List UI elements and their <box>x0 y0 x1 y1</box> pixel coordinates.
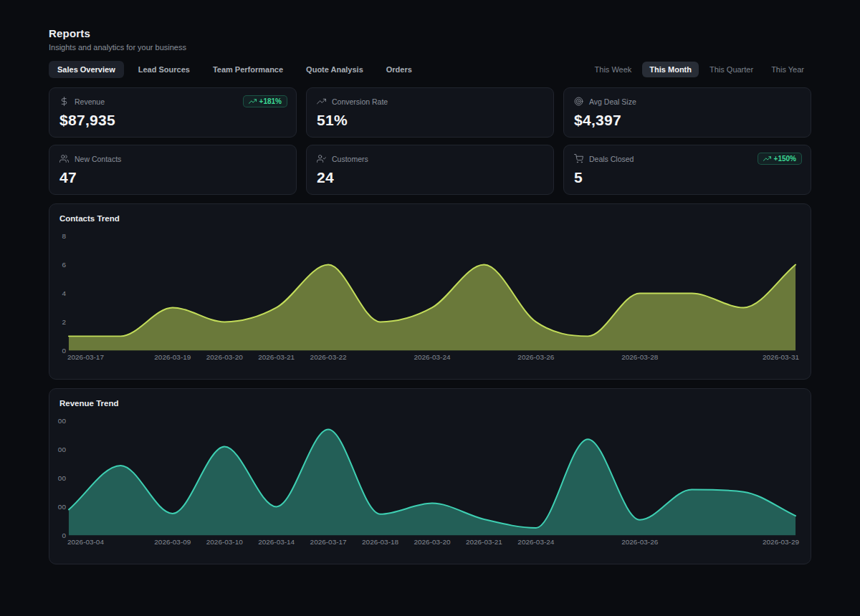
svg-text:8: 8 <box>62 232 66 240</box>
svg-text:6: 6 <box>62 261 66 269</box>
kpi-value: 5 <box>574 169 801 186</box>
svg-text:00: 00 <box>58 503 67 511</box>
svg-text:2026-03-04: 2026-03-04 <box>67 538 104 546</box>
page-subtitle: Insights and analytics for your business <box>49 43 811 52</box>
kpi-value: 51% <box>317 112 543 129</box>
kpi-label: Avg Deal Size <box>589 97 636 106</box>
trend-badge-value: +181% <box>259 97 282 105</box>
svg-text:2: 2 <box>62 318 66 326</box>
svg-text:2026-03-19: 2026-03-19 <box>154 353 191 361</box>
kpi-card-conversion-rate: Conversion Rate 51% <box>306 87 554 138</box>
filter-this-week[interactable]: This Week <box>588 62 639 77</box>
kpi-value: $87,935 <box>59 112 286 129</box>
filter-this-year[interactable]: This Year <box>764 62 811 77</box>
shopping-cart-icon <box>574 154 583 163</box>
svg-text:2026-03-24: 2026-03-24 <box>414 353 450 361</box>
svg-text:2026-03-20: 2026-03-20 <box>414 538 450 546</box>
svg-text:2026-03-29: 2026-03-29 <box>763 538 799 546</box>
tab-quote-analysis[interactable]: Quote Analysis <box>297 61 372 78</box>
kpi-grid: Revenue +181% $87,935 Conversion Rate 51… <box>49 87 811 195</box>
kpi-card-avg-deal-size: Avg Deal Size $4,397 <box>563 87 811 138</box>
kpi-card-deals-closed: Deals Closed +150% 5 <box>563 145 811 195</box>
svg-text:00: 00 <box>58 417 67 425</box>
kpi-card-new-contacts: New Contacts 47 <box>49 145 297 195</box>
svg-text:2026-03-22: 2026-03-22 <box>310 353 347 361</box>
svg-text:00: 00 <box>58 474 67 482</box>
trending-up-icon <box>249 97 257 105</box>
contacts-trend-chart-card: Contacts Trend 024682026-03-172026-03-19… <box>49 203 811 380</box>
kpi-card-revenue: Revenue +181% $87,935 <box>49 87 297 138</box>
svg-text:2026-03-21: 2026-03-21 <box>466 538 502 546</box>
svg-text:2026-03-28: 2026-03-28 <box>621 353 658 361</box>
dollar-icon <box>59 97 69 106</box>
tab-sales-overview[interactable]: Sales Overview <box>49 61 124 78</box>
tab-team-performance[interactable]: Team Performance <box>204 61 292 78</box>
trend-badge: +181% <box>243 95 287 107</box>
svg-text:2026-03-18: 2026-03-18 <box>362 538 398 546</box>
trending-up-icon <box>317 97 326 106</box>
svg-text:2026-03-24: 2026-03-24 <box>517 538 554 546</box>
kpi-label: New Contacts <box>75 155 121 163</box>
kpi-value: 24 <box>317 169 543 186</box>
svg-text:00: 00 <box>58 446 67 453</box>
kpi-card-customers: Customers 24 <box>306 145 554 195</box>
toolbar: Sales Overview Lead Sources Team Perform… <box>49 61 811 78</box>
kpi-label: Customers <box>332 155 368 163</box>
svg-text:4: 4 <box>62 289 66 297</box>
kpi-label: Revenue <box>75 97 105 106</box>
svg-text:2026-03-31: 2026-03-31 <box>763 353 799 361</box>
tab-orders[interactable]: Orders <box>378 61 421 78</box>
svg-text:2026-03-10: 2026-03-10 <box>206 538 243 546</box>
chart-title: Revenue Trend <box>59 399 118 408</box>
reports-page: Reports Insights and analytics for your … <box>0 0 860 564</box>
trending-up-icon <box>763 155 771 163</box>
report-tabs: Sales Overview Lead Sources Team Perform… <box>49 61 421 78</box>
trend-badge-value: +150% <box>774 155 796 163</box>
revenue-trend-area-chart[interactable]: 0000000002026-03-042026-03-092026-03-102… <box>49 389 811 564</box>
chart-title: Contacts Trend <box>59 214 120 223</box>
page-title: Reports <box>49 27 811 39</box>
tab-lead-sources[interactable]: Lead Sources <box>130 61 199 78</box>
svg-text:0: 0 <box>62 531 66 539</box>
svg-text:2026-03-17: 2026-03-17 <box>310 538 347 546</box>
svg-text:2026-03-17: 2026-03-17 <box>67 353 104 361</box>
kpi-label: Deals Closed <box>589 155 634 163</box>
time-range-filters: This Week This Month This Quarter This Y… <box>588 62 811 77</box>
filter-this-month[interactable]: This Month <box>642 62 699 77</box>
svg-text:2026-03-20: 2026-03-20 <box>206 353 243 361</box>
trend-badge: +150% <box>758 153 802 165</box>
revenue-trend-chart-card: Revenue Trend 0000000002026-03-042026-03… <box>49 388 811 564</box>
svg-text:2026-03-09: 2026-03-09 <box>154 538 191 546</box>
target-icon <box>574 97 583 106</box>
svg-text:2026-03-26: 2026-03-26 <box>621 538 658 546</box>
user-check-icon <box>317 154 326 163</box>
svg-text:2026-03-21: 2026-03-21 <box>258 353 295 361</box>
users-icon <box>59 154 69 163</box>
svg-text:0: 0 <box>62 347 66 355</box>
kpi-label: Conversion Rate <box>332 97 388 106</box>
kpi-value: $4,397 <box>574 112 801 129</box>
contacts-trend-area-chart[interactable]: 024682026-03-172026-03-192026-03-202026-… <box>49 204 811 379</box>
kpi-value: 47 <box>59 169 286 186</box>
filter-this-quarter[interactable]: This Quarter <box>702 62 760 77</box>
svg-text:2026-03-14: 2026-03-14 <box>258 538 295 546</box>
svg-text:2026-03-26: 2026-03-26 <box>517 353 554 361</box>
